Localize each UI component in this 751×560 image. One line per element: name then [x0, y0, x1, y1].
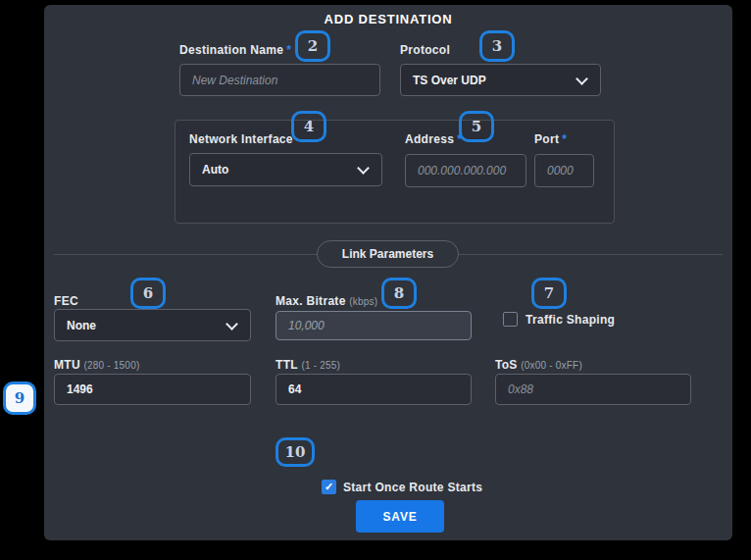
protocol-select-value: TS Over UDP [413, 74, 486, 87]
destination-name-label: Destination Name* [179, 43, 291, 57]
annotation-badge-6: 6 [130, 278, 166, 309]
traffic-shaping-label: Traffic Shaping [526, 313, 615, 327]
ttl-range: (1 - 255) [302, 360, 341, 371]
network-interface-select[interactable]: Auto [189, 153, 382, 186]
annotation-badge-9: 9 [3, 382, 36, 415]
address-input[interactable] [405, 154, 526, 187]
required-asterisk: * [286, 43, 291, 57]
port-label-text: Port [534, 132, 559, 146]
dialog-title: ADD DESTINATION [44, 12, 732, 26]
max-bitrate-label: Max. Bitrate (kbps) [275, 294, 377, 308]
ttl-input[interactable] [275, 374, 472, 405]
ttl-label-text: TTL [275, 358, 298, 372]
start-once-route-starts-label: Start Once Route Starts [343, 481, 482, 494]
annotation-badge-4: 4 [291, 111, 326, 142]
mtu-label: MTU (280 - 1500) [54, 358, 139, 372]
network-interface-select-value: Auto [202, 163, 228, 177]
add-destination-dialog: ADD DESTINATION Destination Name* Protoc… [44, 5, 732, 540]
tos-label-text: ToS [495, 358, 518, 372]
divider-line-left [54, 254, 317, 255]
destination-name-input[interactable] [179, 64, 380, 96]
required-asterisk: * [562, 132, 567, 146]
mtu-input[interactable] [54, 374, 251, 405]
mtu-range: (280 - 1500) [84, 360, 140, 371]
chevron-down-icon [576, 73, 588, 85]
max-bitrate-input[interactable] [275, 311, 472, 340]
address-label: Address* [405, 132, 462, 146]
address-label-text: Address [405, 132, 454, 146]
annotation-badge-2: 2 [295, 30, 330, 62]
fec-select[interactable]: None [54, 309, 251, 341]
max-bitrate-unit: (kbps) [349, 296, 377, 307]
divider-line-right [459, 254, 723, 255]
annotation-badge-8: 8 [381, 278, 417, 309]
annotation-badge-3: 3 [479, 30, 515, 62]
screen-background: ADD DESTINATION Destination Name* Protoc… [0, 0, 751, 560]
tos-range: (0x00 - 0xFF) [521, 360, 582, 371]
annotation-badge-10: 10 [275, 437, 315, 467]
port-input[interactable] [534, 154, 594, 187]
fec-select-value: None [67, 319, 96, 332]
fec-label: FEC [54, 294, 78, 308]
link-parameters-divider: Link Parameters [317, 240, 459, 268]
protocol-label: Protocol [400, 43, 450, 57]
network-interface-label: Network Interface [189, 132, 293, 146]
start-once-route-starts-checkbox[interactable] [322, 480, 336, 494]
annotation-badge-5: 5 [459, 111, 494, 142]
tos-label: ToS (0x00 - 0xFF) [495, 358, 582, 372]
mtu-label-text: MTU [54, 358, 80, 372]
chevron-down-icon [357, 162, 370, 175]
chevron-down-icon [225, 318, 238, 331]
destination-name-label-text: Destination Name [179, 43, 283, 57]
traffic-shaping-checkbox[interactable] [503, 312, 518, 327]
protocol-select[interactable]: TS Over UDP [400, 64, 601, 96]
port-label: Port* [534, 132, 567, 146]
max-bitrate-label-text: Max. Bitrate [275, 294, 346, 308]
save-button[interactable]: SAVE [356, 500, 444, 533]
tos-input[interactable] [495, 374, 691, 405]
annotation-badge-7: 7 [531, 278, 567, 309]
ttl-label: TTL (1 - 255) [275, 358, 340, 372]
